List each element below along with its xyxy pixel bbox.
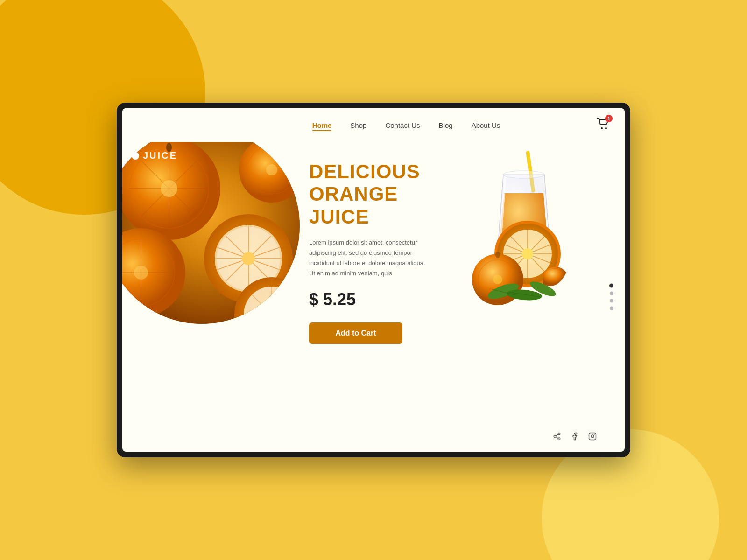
svg-point-15 [134,266,148,280]
logo-overlay: JUICE [132,150,177,161]
nav-home[interactable]: Home [312,121,332,129]
header: Home Shop Contact Us Blog About Us 1 [122,108,625,142]
svg-point-27 [503,171,544,178]
add-to-cart-button[interactable]: Add to Cart [309,322,402,344]
svg-point-18 [242,252,255,265]
title-line3: JUICE [309,206,369,228]
svg-line-44 [556,437,558,438]
logo-dot-icon [132,152,139,160]
svg-point-0 [601,127,603,129]
nav-links: Home Shop Contact Us Blog About Us [240,121,572,129]
scroll-dots [609,284,613,310]
product-description: Lorem ipsum dolor sit amet, consectetur … [309,238,430,279]
nav-contact[interactable]: Contact Us [385,121,420,129]
svg-point-1 [605,127,607,129]
scroll-dot-4[interactable] [610,307,613,310]
cart-icon[interactable]: 1 [597,118,610,133]
svg-line-45 [556,434,558,436]
facebook-icon[interactable] [571,432,579,442]
svg-point-9 [161,180,177,197]
nav-shop[interactable]: Shop [350,121,366,129]
scroll-dot-2[interactable] [610,292,613,295]
nav-blog[interactable]: Blog [439,121,453,129]
svg-point-30 [522,248,533,259]
footer-social [553,432,597,442]
monitor-frame: Home Shop Contact Us Blog About Us 1 [117,103,630,457]
orange-image-circle [122,142,300,324]
browser-inner: Home Shop Contact Us Blog About Us 1 [122,108,625,452]
nav-about[interactable]: About Us [472,121,500,129]
title-line1: DELICIOUS [309,161,420,182]
logo-text: JUICE [143,150,177,161]
content-right: DELICIOUS ORANGE JUICE Lorem ipsum dolor… [281,142,625,452]
main-content: JUICE DELICIOUS ORANGE JUICE Lorem ipsum… [122,142,625,452]
title-line2: ORANGE [309,183,398,205]
svg-point-22 [266,309,277,320]
svg-point-34 [493,275,502,284]
svg-point-25 [266,164,277,175]
share-icon[interactable] [553,432,561,442]
scroll-dot-3[interactable] [610,299,613,303]
svg-point-35 [495,252,500,258]
product-image-area [457,147,587,305]
scroll-dot-1[interactable] [609,284,613,288]
svg-rect-46 [589,433,596,440]
cart-area: 1 [572,118,610,133]
instagram-icon[interactable] [588,432,597,442]
orange-image-bg [122,142,300,324]
cart-badge: 1 [605,115,613,122]
